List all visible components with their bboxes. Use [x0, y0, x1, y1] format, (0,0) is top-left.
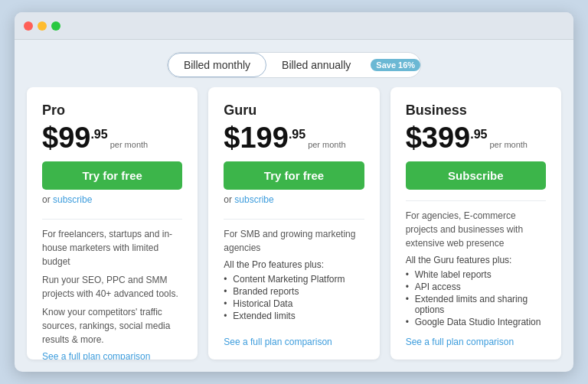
- maximize-button[interactable]: [51, 21, 60, 31]
- price-cents-guru: .95: [289, 128, 305, 142]
- price-cents-pro: .95: [90, 128, 107, 142]
- plan-desc-pro-0: For freelancers, startups and in-house m…: [42, 227, 182, 268]
- plan-desc-guru-0: For SMB and growing marketing agencies: [224, 227, 364, 255]
- billing-toggle: Billed monthly Billed annually Save 16%: [167, 52, 421, 78]
- price-row-pro: $99 .95 per month: [42, 123, 182, 152]
- price-period-pro: per month: [110, 140, 149, 150]
- divider-business: [406, 200, 546, 201]
- plan-desc-pro-1: Run your SEO, PPC and SMM projects with …: [42, 273, 182, 301]
- subscribe-link-pro[interactable]: subscribe: [53, 194, 92, 205]
- price-main-business: $399: [406, 123, 471, 152]
- feature-business-0: White label reports: [406, 268, 546, 281]
- plan-card-guru: Guru $199 .95 per month Try for free or …: [208, 87, 379, 360]
- feature-list-guru: Content Marketing Platform Branded repor…: [224, 273, 364, 322]
- plans-area: Pro $99 .95 per month Try for free or su…: [15, 87, 573, 372]
- plan-name-pro: Pro: [42, 103, 182, 119]
- minimize-button[interactable]: [38, 21, 47, 31]
- price-main-guru: $199: [224, 123, 289, 152]
- feature-business-1: API access: [406, 281, 546, 293]
- plan-card-business: Business $399 .95 per month Subscribe Fo…: [390, 87, 561, 360]
- price-period-business: per month: [489, 140, 528, 150]
- feature-business-3: Google Data Studio Integration: [406, 316, 546, 328]
- subscribe-button-business[interactable]: Subscribe: [406, 161, 546, 190]
- plan-name-business: Business: [406, 103, 546, 119]
- price-cents-business: .95: [470, 128, 487, 142]
- comparison-link-pro[interactable]: See a full plan comparison: [42, 351, 182, 360]
- features-label-business: All the Guru features plus:: [406, 255, 546, 265]
- price-main-pro: $99: [42, 123, 90, 152]
- titlebar: [15, 12, 573, 40]
- plan-card-pro: Pro $99 .95 per month Try for free or su…: [27, 87, 198, 360]
- feature-guru-1: Branded reports: [224, 285, 364, 298]
- or-subscribe-pro: or subscribe: [42, 194, 182, 205]
- plan-desc-business-0: For agencies, E-commerce projects and bu…: [406, 209, 546, 250]
- close-button[interactable]: [24, 21, 33, 31]
- comparison-link-business[interactable]: See a full plan comparison: [406, 337, 546, 347]
- plan-name-guru: Guru: [224, 103, 364, 119]
- billing-toggle-area: Billed monthly Billed annually Save 16%: [15, 40, 573, 87]
- price-period-guru: per month: [308, 140, 346, 150]
- divider-guru: [224, 219, 364, 220]
- price-row-business: $399 .95 per month: [406, 123, 546, 152]
- subscribe-link-guru[interactable]: subscribe: [234, 194, 273, 205]
- features-label-guru: All the Pro features plus:: [224, 259, 364, 270]
- comparison-link-guru[interactable]: See a full plan comparison: [224, 337, 364, 347]
- app-window: Billed monthly Billed annually Save 16% …: [15, 12, 573, 372]
- price-row-guru: $199 .95 per month: [224, 123, 364, 152]
- feature-guru-2: Historical Data: [224, 298, 364, 310]
- feature-guru-3: Extended limits: [224, 310, 364, 322]
- try-free-button-pro[interactable]: Try for free: [42, 161, 182, 190]
- or-subscribe-guru: or subscribe: [224, 194, 364, 205]
- feature-list-business: White label reports API access Extended …: [406, 268, 546, 328]
- traffic-lights: [24, 21, 60, 31]
- plan-desc-pro-2: Know your competitors' traffic sources, …: [42, 305, 182, 347]
- billed-monthly-button[interactable]: Billed monthly: [168, 53, 266, 77]
- feature-business-2: Extended limits and sharing options: [406, 293, 546, 316]
- billed-annually-button[interactable]: Billed annually: [266, 54, 366, 76]
- try-free-button-guru[interactable]: Try for free: [224, 161, 364, 190]
- save-badge: Save 16%: [371, 59, 420, 71]
- annually-row: Billed annually Save 16%: [266, 53, 420, 77]
- feature-guru-0: Content Marketing Platform: [224, 273, 364, 285]
- divider-pro: [42, 219, 182, 220]
